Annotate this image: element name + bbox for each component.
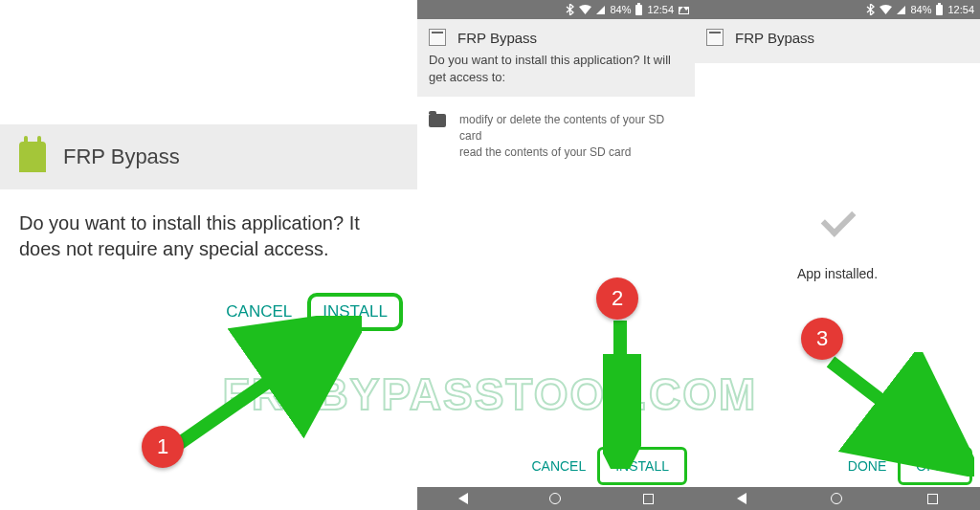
battery-level: 84%	[610, 4, 631, 15]
status-bar: 84% 12:54	[417, 0, 695, 19]
installer-header: FRP Bypass	[0, 124, 417, 189]
storage-icon	[429, 114, 446, 127]
nav-home-button[interactable]	[831, 493, 842, 504]
nav-recent-button[interactable]	[927, 494, 938, 504]
permissions-list: modify or delete the contents of your SD…	[417, 97, 695, 175]
app-title: FRP Bypass	[63, 144, 180, 169]
install-prompt: Do you want to install this application?…	[429, 52, 683, 85]
battery-level: 84%	[910, 4, 931, 15]
install-highlight: INSTALL	[307, 293, 403, 331]
wifi-icon	[880, 5, 892, 14]
step-badge-3: 3	[801, 318, 843, 360]
screenshot-icon	[679, 5, 689, 14]
bluetooth-icon	[566, 4, 574, 15]
open-button[interactable]: OPEN	[906, 453, 964, 479]
app-title: FRP Bypass	[457, 30, 537, 46]
android-icon	[19, 142, 46, 172]
battery-icon	[936, 5, 943, 15]
nav-recent-button[interactable]	[643, 494, 654, 504]
install-highlight: INSTALL	[597, 447, 687, 485]
clock-time: 12:54	[947, 4, 974, 15]
install-success: App installed.	[695, 191, 980, 281]
nav-home-button[interactable]	[549, 493, 561, 504]
app-icon	[706, 29, 724, 46]
checkmark-icon	[809, 191, 866, 249]
button-row: CANCEL INSTALL	[522, 447, 687, 485]
clock-time: 12:54	[647, 4, 674, 15]
nav-back-button[interactable]	[737, 493, 746, 504]
permission-text: modify or delete the contents of your SD…	[459, 112, 683, 144]
done-button[interactable]: DONE	[838, 453, 896, 479]
button-row: DONE OPEN	[838, 447, 972, 485]
wifi-icon	[579, 5, 591, 14]
nav-bar	[695, 487, 980, 510]
battery-icon	[635, 5, 642, 15]
app-icon	[429, 29, 446, 46]
step-badge-2: 2	[596, 277, 638, 320]
status-bar: 84% 12:54	[695, 0, 980, 19]
install-button[interactable]: INSTALL	[323, 302, 388, 322]
installer-header: FRP Bypass	[695, 19, 980, 63]
installer-header: FRP Bypass Do you want to install this a…	[417, 19, 695, 97]
cancel-button[interactable]: CANCEL	[522, 453, 595, 479]
permission-text: read the contents of your SD card	[459, 144, 683, 161]
open-highlight: OPEN	[898, 447, 972, 485]
button-row: CANCEL INSTALL	[0, 283, 417, 331]
nav-bar	[417, 487, 695, 510]
cancel-button[interactable]: CANCEL	[211, 293, 307, 331]
signal-icon	[596, 6, 605, 14]
app-title: FRP Bypass	[735, 30, 814, 46]
bluetooth-icon	[866, 4, 875, 15]
install-prompt: Do you want to install this application?…	[0, 189, 417, 283]
installed-text: App installed.	[695, 266, 980, 281]
signal-icon	[897, 6, 905, 14]
step-badge-1: 1	[142, 426, 184, 468]
permission-item: modify or delete the contents of your SD…	[429, 112, 683, 160]
nav-back-button[interactable]	[458, 493, 468, 504]
install-button[interactable]: INSTALL	[606, 453, 679, 479]
